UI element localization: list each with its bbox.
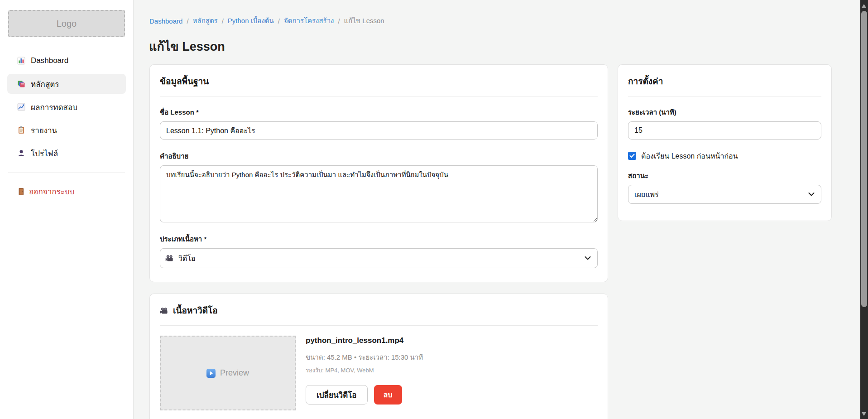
play-icon	[206, 369, 216, 378]
lesson-name-group: ชื่อ Lesson *	[160, 108, 598, 140]
video-filename: python_intro_lesson1.mp4	[306, 336, 423, 345]
lesson-name-label: ชื่อ Lesson *	[160, 108, 598, 117]
sidebar-item-profile[interactable]: โปรไฟล์	[7, 143, 126, 163]
logout-label: ออกจากระบบ	[29, 185, 74, 197]
card-title: เนื้อหาวิดีโอ	[173, 305, 218, 317]
logout-link[interactable]: ออกจากระบบ	[7, 185, 126, 197]
sidebar-item-label: โปรไฟล์	[31, 147, 58, 159]
sidebar-nav: Dashboard หลักสูตร ผลการทดสอบ	[0, 51, 133, 163]
sidebar-item-courses[interactable]: หลักสูตร	[7, 74, 126, 94]
video-body: Preview python_intro_lesson1.mp4 ขนาด: 4…	[160, 336, 598, 410]
video-info: python_intro_lesson1.mp4 ขนาด: 45.2 MB •…	[306, 336, 423, 410]
page-title: แก้ไข Lesson	[149, 37, 225, 56]
sidebar-item-label: รายงาน	[31, 124, 57, 136]
sidebar-item-dashboard[interactable]: Dashboard	[7, 51, 126, 71]
content-type-select-wrap: วิดีโอ	[160, 248, 598, 268]
app-root: Logo Dashboard หลักสูตร	[0, 0, 868, 419]
vertical-scrollbar[interactable]	[860, 0, 868, 419]
change-video-button[interactable]: เปลี่ยนวิดีโอ	[306, 385, 368, 405]
video-supported-formats: รองรับ: MP4, MOV, WebM	[306, 366, 423, 375]
status-group: สถานะ เผยแพร่	[628, 171, 821, 204]
status-label: สถานะ	[628, 171, 821, 180]
door-icon	[17, 188, 25, 196]
check-icon	[629, 154, 635, 158]
sidebar-item-label: หลักสูตร	[31, 78, 59, 90]
video-buttons: เปลี่ยนวิดีโอ ลบ	[306, 385, 423, 405]
sidebar-item-label: Dashboard	[31, 56, 68, 65]
video-preview[interactable]: Preview	[160, 336, 296, 410]
sidebar-item-reports[interactable]: รายงาน	[7, 120, 126, 140]
description-group: คำอธิบาย บทเรียนนี้จะอธิบายว่า Python คื…	[160, 152, 598, 222]
breadcrumb-separator: /	[187, 17, 188, 25]
books-icon	[17, 80, 25, 88]
description-label: คำอธิบาย	[160, 152, 598, 161]
card-title: การตั้งค่า	[628, 76, 821, 87]
bar-chart-icon	[17, 57, 25, 65]
breadcrumb-separator: /	[338, 17, 340, 25]
logo-placeholder: Logo	[8, 10, 125, 37]
breadcrumb: Dashboard / หลักสูตร / Python เบื้องต้น …	[149, 15, 384, 26]
breadcrumb-separator: /	[222, 17, 224, 25]
content-type-group: ประเภทเนื้อหา * วิดีโอ	[160, 235, 598, 268]
settings-card: การตั้งค่า ระยะเวลา (นาที) ต้องเรียน Les…	[618, 64, 832, 221]
chart-up-icon	[17, 103, 25, 111]
content-type-select[interactable]: วิดีโอ	[160, 248, 598, 268]
video-card-header: เนื้อหาวิดีโอ	[160, 305, 598, 317]
basic-info-card: ข้อมูลพื้นฐาน ชื่อ Lesson * คำอธิบาย บทเ…	[149, 64, 608, 282]
content-type-label: ประเภทเนื้อหา *	[160, 235, 598, 244]
prerequisite-row: ต้องเรียน Lesson ก่อนหน้าก่อน	[628, 151, 821, 160]
logo-text: Logo	[57, 19, 77, 29]
duration-input[interactable]	[628, 121, 821, 140]
prerequisite-checkbox[interactable]	[628, 152, 636, 160]
clipboard-icon	[17, 126, 25, 134]
sidebar-item-label: ผลการทดสอบ	[31, 101, 77, 113]
status-select[interactable]: เผยแพร่	[628, 185, 821, 204]
scrollbar-thumb[interactable]	[861, 11, 867, 307]
scrollbar-up-arrow-icon[interactable]	[862, 4, 866, 8]
sidebar: Logo Dashboard หลักสูตร	[0, 0, 134, 419]
description-textarea[interactable]: บทเรียนนี้จะอธิบายว่า Python คืออะไร ประ…	[160, 165, 598, 222]
card-divider	[160, 96, 598, 96]
breadcrumb-link-dashboard[interactable]: Dashboard	[149, 17, 182, 25]
sidebar-item-test-results[interactable]: ผลการทดสอบ	[7, 97, 126, 117]
breadcrumb-link-course[interactable]: Python เบื้องต้น	[228, 15, 274, 26]
card-title: ข้อมูลพื้นฐาน	[160, 76, 598, 87]
delete-video-button[interactable]: ลบ	[374, 385, 402, 405]
lesson-name-input[interactable]	[160, 121, 598, 140]
status-select-wrap: เผยแพร่	[628, 185, 821, 204]
breadcrumb-link-structure[interactable]: จัดการโครงสร้าง	[284, 15, 334, 26]
scrollbar-down-arrow-icon[interactable]	[862, 412, 866, 416]
duration-group: ระยะเวลา (นาที)	[628, 108, 821, 140]
breadcrumb-separator: /	[278, 17, 280, 25]
person-icon	[17, 149, 25, 157]
breadcrumb-current: แก้ไข Lesson	[344, 15, 384, 26]
breadcrumb-link-courses[interactable]: หลักสูตร	[193, 15, 218, 26]
video-camera-icon	[160, 307, 168, 314]
video-content-card: เนื้อหาวิดีโอ Preview python	[149, 294, 608, 419]
sidebar-divider	[8, 173, 125, 173]
prerequisite-label: ต้องเรียน Lesson ก่อนหน้าก่อน	[641, 150, 738, 162]
duration-label: ระยะเวลา (นาที)	[628, 108, 821, 117]
video-meta: ขนาด: 45.2 MB • ระยะเวลา: 15:30 นาที	[306, 352, 423, 363]
card-divider	[628, 96, 821, 96]
preview-label: Preview	[220, 368, 249, 378]
card-divider	[160, 325, 598, 326]
